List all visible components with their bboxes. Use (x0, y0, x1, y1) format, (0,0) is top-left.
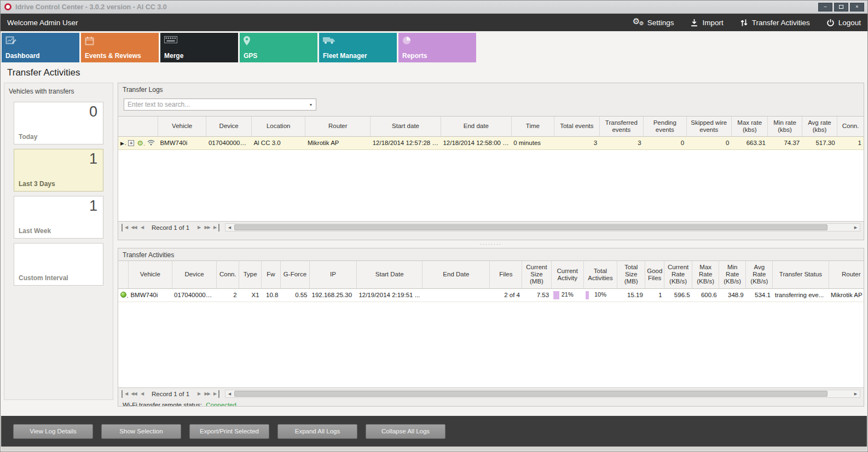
ta-col-conn[interactable]: Conn. (217, 261, 239, 288)
pager-last-button[interactable]: ▶ (211, 224, 219, 231)
ta-col-current-activity[interactable]: Current Activity (551, 261, 583, 288)
window-controls: – × (818, 3, 864, 11)
progress-text: 10% (586, 291, 615, 298)
tab-fleet-manager[interactable]: Fleet Manager (319, 33, 397, 62)
col-skipped-wire-events[interactable]: Skipped wire events (686, 117, 731, 136)
last-week-count: 1 (89, 198, 97, 215)
transfer-log-row[interactable]: ▶ + ⚙ BMW740i 017040000038 Al CC 3.0 Mik… (118, 136, 864, 149)
close-button[interactable]: × (850, 3, 864, 11)
ta-col-start-date[interactable]: Start Date (356, 261, 423, 288)
ta-col-type[interactable]: Type (239, 261, 262, 288)
scrollbar-thumb[interactable] (234, 224, 828, 230)
settings-button[interactable]: ⚙⚙ Settings (633, 18, 674, 27)
maximize-button[interactable] (834, 3, 848, 11)
splitter-handle[interactable]: ········ (118, 240, 864, 248)
col-min-rate[interactable]: Min rate (kbs) (768, 117, 802, 136)
pager-first-button[interactable]: ◀ (121, 224, 130, 231)
scroll-left-button[interactable]: ◀ (225, 224, 234, 231)
export-print-selected-button[interactable]: Export/Print Selected (189, 424, 269, 439)
scroll-left-button[interactable]: ◀ (225, 390, 234, 397)
col-router[interactable]: Router (305, 117, 371, 136)
col-start-date[interactable]: Start date (371, 117, 441, 136)
ta-col-current-size[interactable]: Current Size (MB) (522, 261, 551, 288)
transfer-logs-group: Transfer Logs ▼ (118, 83, 864, 240)
pager-prev-button[interactable]: ◀ (138, 224, 146, 231)
tab-reports-label: Reports (402, 52, 427, 60)
scrollbar-thumb[interactable] (234, 391, 828, 397)
import-button[interactable]: Import (690, 19, 723, 27)
ta-col-g-force[interactable]: G-Force (280, 261, 309, 288)
dropdown-arrow-icon[interactable]: ▼ (306, 99, 316, 110)
col-pending-events[interactable]: Pending events (644, 117, 686, 136)
search-input[interactable] (124, 99, 306, 110)
ta-col-fw[interactable]: Fw (262, 261, 281, 288)
col-avg-rate[interactable]: Avg rate (kbs) (802, 117, 837, 136)
pager-fast-forward-button[interactable]: ▶▶ (203, 224, 211, 231)
tab-dashboard[interactable]: Dashboard (2, 33, 79, 62)
pager-fast-back-button[interactable]: ◀◀ (130, 224, 138, 231)
col-location[interactable]: Location (251, 117, 305, 136)
card-custom-interval[interactable]: Custom Interval (14, 243, 103, 286)
scroll-right-button[interactable]: ▶ (852, 390, 860, 397)
col-conn[interactable]: Conn. (837, 117, 864, 136)
cell-conn: 1 (837, 136, 864, 149)
collapse-all-logs-button[interactable]: Collapse All Logs (366, 424, 445, 439)
ta-col-good-files[interactable]: Good Files (645, 261, 664, 288)
pager-next-button[interactable]: ▶ (195, 390, 203, 398)
ta-col-router[interactable]: Router (829, 261, 864, 288)
ta-col-files[interactable]: Files (490, 261, 522, 288)
pager-prev-button[interactable]: ◀ (138, 390, 146, 398)
scrollbar-track[interactable] (234, 224, 852, 231)
ta-col-total-size[interactable]: Total Size (MB) (617, 261, 645, 288)
pager-fast-forward-button[interactable]: ▶▶ (203, 390, 211, 398)
ta-col-end-date[interactable]: End Date (423, 261, 490, 288)
scrollbar-track[interactable] (234, 390, 852, 397)
minimize-button[interactable]: – (818, 3, 832, 11)
card-today[interactable]: 0 Today (14, 102, 103, 144)
power-icon (826, 19, 835, 27)
dashboard-icon (5, 36, 16, 48)
logout-button[interactable]: Logout (826, 19, 861, 27)
view-log-details-button[interactable]: View Log Details (13, 424, 93, 439)
ta-col-max-rate[interactable]: Max Rate (KB/s) (692, 261, 719, 288)
ta-col-min-rate[interactable]: Min Rate (KB/s) (719, 261, 746, 288)
ta-col-transfer-status[interactable]: Transfer Status (773, 261, 829, 288)
tab-reports[interactable]: Reports (398, 33, 476, 62)
card-last-week[interactable]: 1 Last Week (14, 196, 103, 239)
pager-fast-back-button[interactable]: ◀◀ (130, 390, 138, 398)
pager-next-button[interactable]: ▶ (195, 224, 203, 231)
expand-row-button[interactable]: + (126, 136, 135, 149)
scroll-right-button[interactable]: ▶ (852, 224, 860, 231)
ta-cell-current-activity: 21% (551, 288, 583, 302)
card-last-3-days[interactable]: 1 Last 3 Days (14, 149, 103, 192)
app-window: Idrive Control Center - 3.0.2 version - … (0, 0, 868, 452)
topbar: Welcome Admin User ⚙⚙ Settings Import Tr… (1, 14, 867, 31)
col-time[interactable]: Time (511, 117, 554, 136)
expand-all-logs-button[interactable]: Expand All Logs (277, 424, 357, 439)
ta-col-total-activities[interactable]: Total Activities (583, 261, 617, 288)
tab-gps[interactable]: GPS (240, 33, 317, 62)
transfer-activities-button[interactable]: Transfer Activities (740, 19, 810, 27)
ta-col-current-rate[interactable]: Current Rate (KB/s) (664, 261, 692, 288)
col-total-events[interactable]: Total events (554, 117, 599, 136)
page-title: Transfer Activities (1, 64, 867, 79)
tab-merge[interactable]: Merge (160, 33, 238, 62)
col-transferred-events[interactable]: Transferred events (599, 117, 643, 136)
ta-col-avg-rate[interactable]: Avg Rate (KB/s) (746, 261, 773, 288)
pager-last-button[interactable]: ▶ (211, 390, 219, 398)
tab-events-reviews[interactable]: Events & Reviews (81, 33, 159, 62)
search-row: ▼ (118, 95, 864, 116)
col-vehicle[interactable]: Vehicle (158, 117, 206, 136)
ta-col-ip[interactable]: IP (310, 261, 357, 288)
ta-col-device[interactable]: Device (172, 261, 217, 288)
row-gear-icon[interactable]: ⚙ (135, 136, 144, 149)
transfer-activity-row[interactable]: BMW740i 017040000038 2 X1 10.8 0.55 192.… (118, 288, 864, 302)
import-icon (690, 19, 698, 27)
ta-col-vehicle[interactable]: Vehicle (128, 261, 172, 288)
col-device[interactable]: Device (206, 117, 251, 136)
tab-merge-label: Merge (164, 52, 183, 60)
col-max-rate[interactable]: Max rate (kbs) (732, 117, 768, 136)
col-end-date[interactable]: End date (441, 117, 511, 136)
show-selection-button[interactable]: Show Selection (101, 424, 181, 439)
pager-first-button[interactable]: ◀ (121, 390, 130, 398)
